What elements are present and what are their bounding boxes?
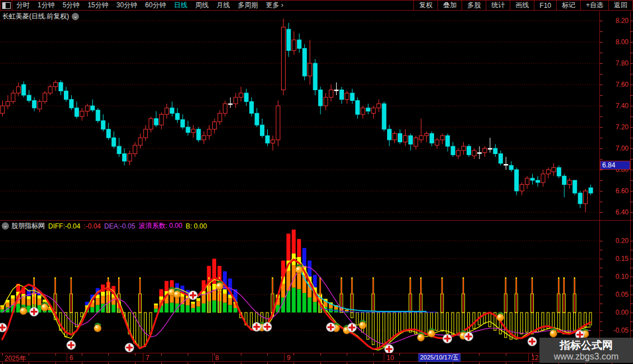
axis-tick xyxy=(600,330,603,331)
axis-tick xyxy=(600,295,603,295)
axis-tick xyxy=(600,159,603,160)
chart-title-row: 长虹美菱(日线.前复权) ⌄ xyxy=(2,12,79,21)
toolbar-button-F10[interactable]: F10 xyxy=(534,1,556,10)
axis-tick xyxy=(600,138,603,138)
axis-tick xyxy=(630,95,633,96)
axis-right-border xyxy=(630,11,631,363)
price-label-6.60: 6.60 xyxy=(601,187,629,195)
axis-tick xyxy=(630,312,633,313)
axis-tick xyxy=(630,180,633,181)
axis-tick xyxy=(630,31,633,32)
cross-marker xyxy=(67,340,76,349)
week-tick xyxy=(506,353,506,356)
peach-marker xyxy=(94,322,101,332)
price-label-7.40: 7.40 xyxy=(601,102,629,110)
month-separator xyxy=(384,353,384,362)
axis-tick xyxy=(630,268,633,268)
cross-marker xyxy=(464,332,473,341)
ind-label-0.15: 0.15 xyxy=(601,255,629,263)
chevron-down-icon[interactable]: ⌄ xyxy=(2,222,9,230)
wave-coef-value: 波浪系数: 0.00 xyxy=(138,221,182,231)
toolbar-button-多股[interactable]: 多股 xyxy=(462,1,486,10)
month-separator xyxy=(528,353,529,362)
ind-label-0.20: 0.20 xyxy=(601,237,629,245)
axis-tick xyxy=(630,202,633,202)
wave-indicator-chart[interactable] xyxy=(0,230,599,353)
axis-tick xyxy=(630,170,633,170)
week-tick xyxy=(2,353,3,356)
axis-tick xyxy=(600,85,603,85)
price-label-7.20: 7.20 xyxy=(601,123,629,131)
period-tab-更多 ›[interactable]: 更多 › xyxy=(266,1,283,10)
axis-tick xyxy=(630,321,633,322)
axis-tick xyxy=(630,106,633,106)
split-window-icon xyxy=(2,2,11,9)
indicator-header: ⌄ 股朋指标网 DIFF:-0.04 :-0.04 DEA:-0.05 波浪系数… xyxy=(0,221,598,231)
period-tab-30分钟[interactable]: 30分钟 xyxy=(117,1,137,10)
cross-marker xyxy=(252,323,261,332)
toolbar-button-叠加[interactable]: 叠加 xyxy=(437,1,462,10)
candlestick-chart[interactable] xyxy=(0,17,599,220)
toolbar-button-画线[interactable]: 画线 xyxy=(510,1,534,10)
axis-tick xyxy=(600,241,603,241)
period-tab-15分钟[interactable]: 15分钟 xyxy=(87,1,108,10)
period-tab-60分钟[interactable]: 60分钟 xyxy=(145,1,166,10)
period-tab-日线[interactable]: 日线 xyxy=(174,1,187,10)
price-label-7.80: 7.80 xyxy=(601,59,629,67)
toolbar-button-复权[interactable]: 复权 xyxy=(413,1,437,10)
axis-tick xyxy=(600,202,603,202)
axis-tick xyxy=(600,304,603,304)
price-label-7.60: 7.60 xyxy=(601,81,629,88)
period-tab-5分钟[interactable]: 5分钟 xyxy=(63,1,80,10)
axis-tick xyxy=(630,138,633,138)
axis-tick xyxy=(600,277,603,277)
cross-marker xyxy=(30,307,39,316)
indicator-source: 股朋指标网 xyxy=(11,221,45,231)
axis-tick xyxy=(600,212,603,213)
axis-tick xyxy=(600,31,603,32)
toolbar-button-+自选[interactable]: +自选 xyxy=(580,1,608,10)
week-tick xyxy=(373,353,374,356)
toolbar-button-标记[interactable]: 标记 xyxy=(556,1,580,10)
axis-tick xyxy=(630,330,633,331)
week-tick xyxy=(294,353,294,356)
dea-value: DEA:-0.05 xyxy=(104,222,135,230)
axis-tick xyxy=(630,85,633,85)
axis-tick xyxy=(600,74,603,74)
month-label-7: 7 xyxy=(146,354,150,362)
axis-tick xyxy=(600,268,603,268)
axis-tick xyxy=(600,116,603,117)
price-label-6.40: 6.40 xyxy=(601,208,629,216)
cross-marker xyxy=(125,343,134,352)
week-tick xyxy=(82,353,82,356)
stock-title: 长虹美菱(日线.前复权) xyxy=(2,12,69,21)
week-tick xyxy=(241,353,241,356)
cross-marker xyxy=(189,291,198,300)
week-tick xyxy=(214,353,215,356)
month-label-8: 8 xyxy=(215,354,219,362)
cross-marker xyxy=(0,323,7,332)
toolbar-button-统计[interactable]: 统计 xyxy=(486,1,510,10)
period-tab-1分钟[interactable]: 1分钟 xyxy=(38,1,55,10)
trading-app-window: 分时1分钟5分钟15分钟30分钟60分钟日线周线月线多周期更多 › 复权叠加多股… xyxy=(0,0,633,364)
week-tick xyxy=(320,353,321,356)
period-tab-周线[interactable]: 周线 xyxy=(195,1,208,10)
axis-tick xyxy=(630,116,633,117)
week-tick xyxy=(399,353,400,356)
week-tick xyxy=(479,353,480,356)
period-tab-月线[interactable]: 月线 xyxy=(216,1,230,10)
toolbar-button-返回[interactable]: 返回 xyxy=(608,1,633,10)
panel-separator xyxy=(0,220,633,221)
period-tab-多周期[interactable]: 多周期 xyxy=(238,1,258,10)
chevron-down-icon[interactable]: ⌄ xyxy=(72,13,79,20)
period-tab-分时[interactable]: 分时 xyxy=(16,1,30,10)
b-value: B: 0.00 xyxy=(185,222,207,230)
layout-toggle-button[interactable] xyxy=(0,1,12,10)
selected-date-tag: 2025/10/17/五 xyxy=(418,353,460,362)
week-tick xyxy=(347,353,347,356)
cross-marker xyxy=(443,334,452,343)
axis-tick xyxy=(630,304,633,304)
peach-marker xyxy=(20,305,27,315)
peach-marker xyxy=(359,319,366,329)
axis-tick xyxy=(630,286,633,286)
